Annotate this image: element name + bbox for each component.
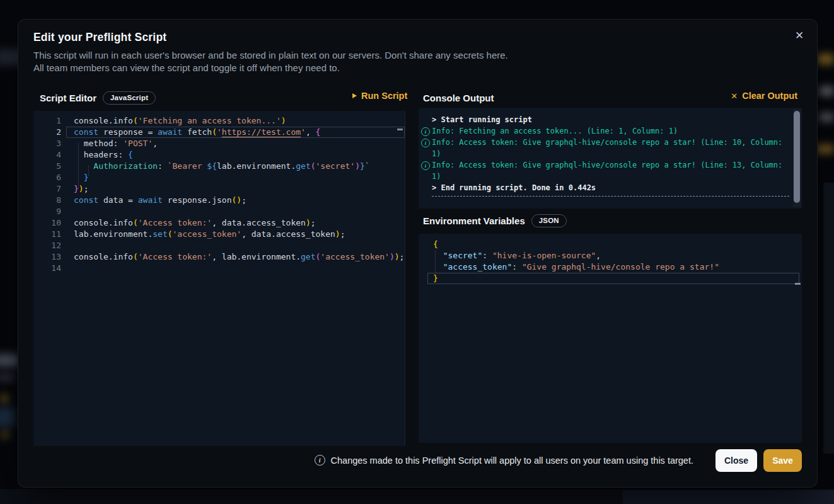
line-number: 12 (33, 240, 61, 251)
environment-variables-editor[interactable]: { "secret": "hive-is-open-source", "acce… (419, 234, 802, 443)
info-circle-icon: i (421, 139, 430, 147)
backdrop-blob (2, 431, 8, 438)
backdrop-panel (0, 489, 834, 504)
info-icon: i (315, 455, 325, 466)
script-editor-heading: Script Editor (40, 93, 96, 103)
console-entry: iInfo: Access token: Give graphql-hive/c… (419, 159, 789, 182)
code-line: 7}); (33, 183, 405, 195)
line-number: 3 (33, 138, 61, 149)
console-entry: > Start running script (419, 114, 789, 125)
line-number: 7 (33, 183, 61, 195)
env-line: } (419, 273, 802, 284)
save-button[interactable]: Save (763, 449, 802, 472)
clear-output-label: Clear Output (742, 91, 797, 101)
play-icon (352, 93, 357, 98)
close-icon[interactable]: ✕ (791, 27, 808, 45)
console-separator (432, 196, 789, 197)
env-line: "access_token": "Give graphql-hive/conso… (419, 261, 802, 273)
line-number: 11 (33, 229, 61, 240)
backdrop-blob (816, 145, 834, 153)
javascript-badge: JavaScript (103, 91, 156, 105)
backdrop-blob (0, 407, 15, 427)
preflight-script-modal: ✕ Edit your Preflight Script This script… (18, 19, 818, 488)
backdrop-blob (1, 394, 8, 403)
line-number: 8 (33, 195, 61, 206)
line-number: 10 (33, 217, 61, 229)
code-line: 11lab.environment.set('access_token', da… (33, 229, 405, 240)
environment-variables-heading: Environment Variables (423, 215, 525, 226)
footer-notice: i Changes made to this Preflight Script … (315, 455, 693, 466)
console-entries: > Start running scriptiInfo: Fetching an… (419, 114, 789, 197)
backdrop-blob (0, 354, 19, 367)
code-line: 1console.info('Fetching an access token.… (33, 115, 405, 127)
run-script-button[interactable]: Run Script (352, 91, 407, 101)
modal-description-line2: All team members can view the script and… (33, 62, 340, 74)
console-output: > Start running scriptiInfo: Fetching an… (419, 108, 802, 209)
script-editor[interactable]: 1console.info('Fetching an access token.… (33, 111, 405, 446)
console-entry: > End running script. Done in 0.442s (419, 182, 789, 193)
info-circle-icon: i (421, 161, 430, 170)
modal-description-line1: This script will run in each user's brow… (33, 49, 508, 62)
env-line: "secret": "hive-is-open-source", (419, 250, 802, 261)
line-number: 2 (33, 127, 61, 138)
run-script-label: Run Script (361, 91, 407, 101)
console-output-heading: Console Output (423, 93, 494, 103)
line-number: 4 (33, 149, 61, 161)
line-number: 1 (33, 115, 61, 127)
clear-icon: ✕ (731, 92, 738, 100)
code-line: 14 (33, 263, 405, 274)
code-line: 5 Authorization: `Bearer ${lab.environme… (33, 161, 405, 172)
code-line: 8const data = await response.json(); (33, 195, 405, 206)
env-line: { (419, 239, 802, 250)
json-badge: JSON (531, 214, 567, 227)
code-line: 4 headers: { (33, 149, 405, 161)
scrollbar-thumb[interactable] (794, 111, 800, 203)
console-entry: iInfo: Access token: Give graphql-hive/c… (419, 137, 789, 159)
page-title: Edit your Preflight Script (33, 31, 166, 44)
console-entry: iInfo: Fetching an access token... (Line… (419, 125, 789, 137)
backdrop-blob (819, 87, 834, 95)
line-number: 13 (33, 251, 61, 263)
scrollbar-track[interactable] (793, 109, 801, 207)
line-number: 14 (33, 263, 61, 274)
line-number: 6 (33, 172, 61, 183)
backdrop-blob (0, 374, 15, 381)
backdrop-blob (817, 54, 834, 64)
code-line: 2const response = await fetch('https://t… (33, 127, 405, 138)
code-lines: 1console.info('Fetching an access token.… (33, 115, 405, 274)
backdrop-panel (623, 490, 834, 504)
code-line: 10console.info('Access token:', data.acc… (33, 217, 405, 229)
line-number: 9 (33, 206, 61, 217)
backdrop-panel (823, 183, 834, 454)
code-line: 12 (33, 240, 405, 251)
code-line: 3 method: 'POST', (33, 138, 405, 149)
code-line: 6 } (33, 172, 405, 183)
backdrop-blob (819, 113, 834, 121)
env-lines: { "secret": "hive-is-open-source", "acce… (419, 239, 802, 284)
code-line: 13console.info('Access token:', lab.envi… (33, 251, 405, 263)
code-line: 9 (33, 206, 405, 217)
info-circle-icon: i (421, 127, 430, 136)
line-number: 5 (33, 161, 61, 172)
close-button[interactable]: Close (715, 449, 757, 472)
footer-notice-text: Changes made to this Preflight Script wi… (331, 455, 693, 466)
clear-output-button[interactable]: ✕ Clear Output (731, 91, 797, 101)
